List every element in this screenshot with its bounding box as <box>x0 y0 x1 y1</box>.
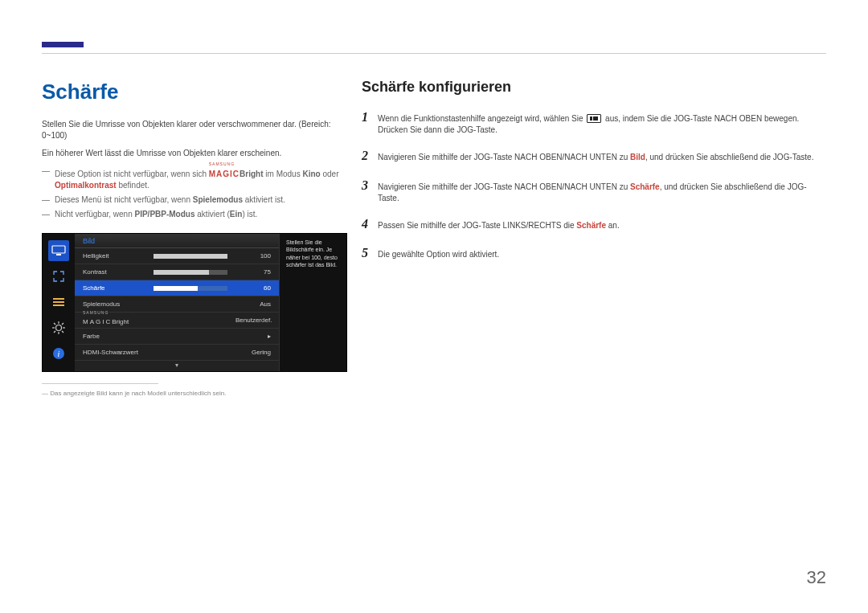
gear-icon <box>48 317 69 338</box>
svg-rect-0 <box>52 246 65 253</box>
chapter-accent-bar <box>42 42 84 47</box>
footnote-divider <box>42 383 158 384</box>
right-column: Schärfe konfigurieren 1 Wenn die Funktio… <box>362 77 828 273</box>
osd-screenshot: i Bild Helligkeit 100 Kontrast 75 Schärf… <box>42 233 347 372</box>
info-icon: i <box>48 343 69 364</box>
osd-header: Bild <box>75 234 279 248</box>
osd-row-magicbright: SAMSUNGMAGICBright Benutzerdef. <box>75 313 279 329</box>
osd-footnote: ― Das angezeigte Bild kann je nach Model… <box>42 389 347 398</box>
page-number: 32 <box>807 566 826 591</box>
svg-text:i: i <box>58 349 60 358</box>
note-spielemodus: ― Dieses Menü ist nicht verfügbar, wenn … <box>42 194 347 206</box>
svg-rect-1 <box>56 254 61 255</box>
description-range: Stellen Sie die Umrisse von Objekten kla… <box>42 119 347 141</box>
svg-line-12 <box>54 331 55 333</box>
config-title: Schärfe konfigurieren <box>362 77 828 97</box>
header-rule <box>42 53 826 54</box>
svg-line-10 <box>54 323 55 325</box>
svg-rect-4 <box>53 304 64 306</box>
description-highvalue: Ein höherer Wert lässt die Umrisse von O… <box>42 148 347 159</box>
osd-main: Bild Helligkeit 100 Kontrast 75 Schärfe … <box>75 234 279 371</box>
note-pippbp: ― Nicht verfügbar, wenn PIP/PBP-Modus ak… <box>42 209 347 220</box>
chevron-right-icon: ▸ <box>235 332 271 341</box>
osd-row-hdmi: HDMI-Schwarzwert Gering <box>75 345 279 361</box>
osd-row-farbe: Farbe ▸ <box>75 329 279 345</box>
samsung-magic-osd-label: SAMSUNGMAGIC <box>83 314 112 326</box>
osd-row-schaerfe: Schärfe 60 <box>75 280 279 296</box>
svg-line-13 <box>62 323 63 325</box>
chevron-down-icon: ▾ <box>175 361 178 370</box>
svg-rect-3 <box>53 301 64 303</box>
step-3: 3 Navigieren Sie mithilfe der JOG-Taste … <box>362 177 828 204</box>
svg-rect-2 <box>53 298 64 300</box>
note-magicbright: ― Diese Option ist nicht verfügbar, wenn… <box>42 166 347 191</box>
step-5: 5 Die gewählte Option wird aktiviert. <box>362 244 828 262</box>
svg-point-5 <box>56 325 62 331</box>
step-1: 1 Wenn die Funktionstastenhilfe angezeig… <box>362 108 828 136</box>
list-icon <box>48 292 69 313</box>
osd-row-kontrast: Kontrast 75 <box>75 264 279 280</box>
osd-sidebar: i <box>43 234 75 371</box>
osd-row-helligkeit: Helligkeit 100 <box>75 248 279 264</box>
step-2: 2 Navigieren Sie mithilfe der JOG-Taste … <box>362 147 828 165</box>
menu-key-icon <box>587 114 601 123</box>
samsung-magic-label: SAMSUNGMAGIC <box>209 166 240 180</box>
resize-icon <box>48 266 69 287</box>
section-title: Schärfe <box>42 77 347 106</box>
left-column: Schärfe Stellen Sie die Umrisse von Obje… <box>42 77 347 398</box>
svg-line-11 <box>62 331 63 333</box>
monitor-icon <box>48 240 69 261</box>
step-4: 4 Passen Sie mithilfe der JOG-Taste LINK… <box>362 215 828 233</box>
osd-help-text: Stellen Sie die Bildschärfe ein. Je nähe… <box>279 234 346 371</box>
